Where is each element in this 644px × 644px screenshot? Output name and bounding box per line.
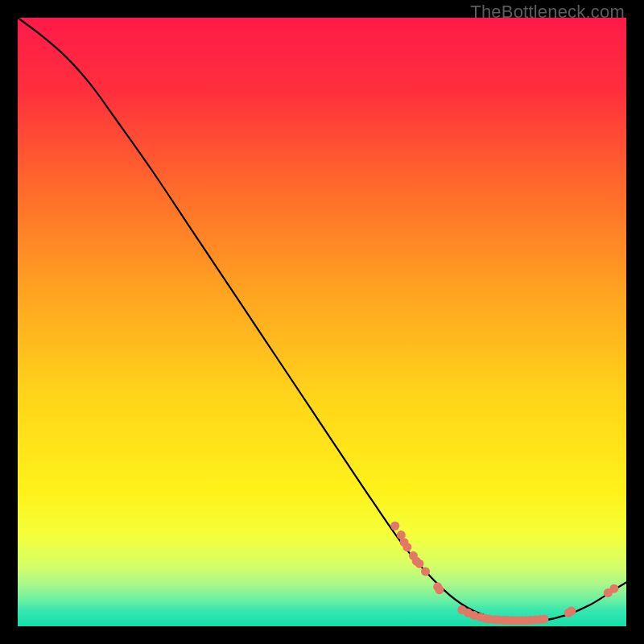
scatter-dot — [390, 522, 399, 530]
scatter-dot — [609, 584, 618, 593]
scatter-dot — [539, 614, 548, 623]
scatter-dot — [421, 567, 430, 576]
scatter-dot — [435, 585, 444, 594]
scatter-dot — [402, 543, 411, 551]
chart-svg: AMD 8040 — [18, 18, 626, 626]
chart-frame: AMD 8040 — [18, 18, 626, 626]
watermark-text: TheBottleneck.com — [470, 2, 625, 23]
scatter-dot — [567, 607, 576, 616]
series-label: AMD 8040 — [486, 615, 532, 625]
scatter-dot — [415, 559, 423, 568]
